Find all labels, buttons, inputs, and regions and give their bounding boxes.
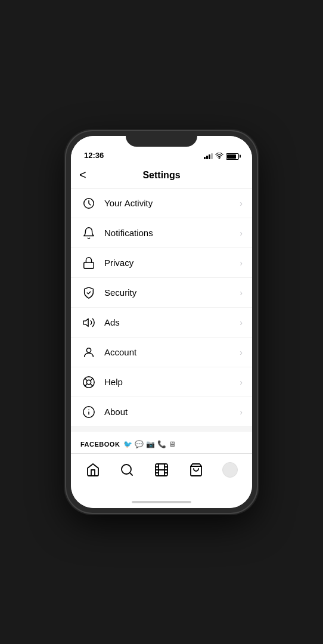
tab-home[interactable]: [80, 457, 106, 483]
notch: [126, 131, 197, 147]
svg-line-7: [85, 378, 88, 380]
settings-item-privacy[interactable]: Privacy ›: [71, 248, 252, 278]
settings-item-account[interactable]: Account ›: [71, 338, 252, 367]
home-bar: [132, 501, 191, 503]
activity-icon: [80, 195, 97, 212]
chevron-icon: ›: [240, 407, 243, 417]
page-title: Settings: [142, 170, 180, 181]
chevron-icon: ›: [240, 228, 243, 238]
section-divider: [71, 427, 252, 432]
settings-label-your-activity: Your Activity: [104, 198, 240, 208]
tab-search[interactable]: [114, 457, 140, 483]
tab-bar: [71, 453, 252, 496]
profile-avatar: [222, 462, 238, 478]
chevron-icon: ›: [240, 348, 243, 357]
facebook-app-icons: 🐦 💬 📷 📞 🖥: [123, 440, 176, 448]
svg-rect-2: [84, 262, 94, 268]
settings-label-security: Security: [104, 287, 240, 298]
messenger-icon: 💬: [135, 440, 144, 448]
svg-point-0: [219, 158, 220, 159]
chevron-icon: ›: [240, 377, 243, 387]
tab-profile[interactable]: [217, 457, 243, 483]
facebook-header: FACEBOOK 🐦 💬 📷 📞 🖥: [80, 440, 243, 448]
whatsapp-icon: 📞: [157, 440, 166, 448]
tab-shop[interactable]: [183, 457, 209, 483]
svg-point-4: [86, 348, 91, 352]
home-indicator: [71, 496, 252, 508]
shield-icon: [80, 284, 97, 301]
svg-line-9: [91, 378, 93, 380]
settings-label-ads: Ads: [104, 317, 240, 327]
settings-item-about[interactable]: About ›: [71, 397, 252, 427]
chevron-icon: ›: [240, 258, 243, 268]
chevron-icon: ›: [240, 318, 243, 327]
settings-item-security[interactable]: Security ›: [71, 278, 252, 308]
settings-item-your-activity[interactable]: Your Activity ›: [71, 188, 252, 218]
battery-icon: [226, 153, 239, 160]
settings-label-notifications: Notifications: [104, 228, 240, 238]
settings-item-notifications[interactable]: Notifications ›: [71, 218, 252, 248]
settings-label-help: Help: [104, 377, 240, 387]
status-time: 12:36: [84, 151, 104, 160]
instagram-icon: 📷: [146, 440, 155, 448]
settings-label-privacy: Privacy: [104, 258, 240, 268]
facebook-label: FACEBOOK: [80, 441, 120, 448]
portal-icon: 🖥: [169, 440, 176, 448]
bell-icon: [80, 225, 97, 242]
back-button[interactable]: <: [79, 168, 86, 182]
svg-line-10: [85, 383, 88, 386]
facebook-section: FACEBOOK 🐦 💬 📷 📞 🖥 Accounts Center Contr…: [71, 432, 252, 453]
person-icon: [80, 344, 97, 361]
settings-item-ads[interactable]: Ads ›: [71, 308, 252, 338]
tab-reels[interactable]: [148, 457, 175, 483]
settings-label-account: Account: [104, 347, 240, 357]
settings-header: < Settings: [71, 162, 252, 188]
phone-frame: 12:36 <: [66, 131, 257, 513]
facebook-f-icon: 🐦: [123, 440, 132, 448]
megaphone-icon: [80, 314, 97, 331]
settings-item-help[interactable]: Help ›: [71, 367, 252, 397]
wifi-icon: [215, 153, 223, 160]
svg-line-8: [91, 383, 93, 386]
settings-label-about: About: [104, 407, 240, 417]
settings-list: Your Activity › Notifications › Pr: [71, 188, 252, 427]
lifebuoy-icon: [80, 374, 97, 391]
svg-line-15: [130, 472, 132, 475]
settings-content: Your Activity › Notifications › Pr: [71, 188, 252, 453]
chevron-icon: ›: [240, 288, 243, 298]
status-icons: [204, 153, 239, 160]
chevron-icon: ›: [240, 199, 243, 208]
svg-marker-3: [83, 318, 88, 326]
signal-icon: [204, 153, 213, 159]
lock-icon: [80, 255, 97, 271]
phone-screen: 12:36 <: [71, 136, 252, 508]
info-icon: [80, 404, 97, 420]
